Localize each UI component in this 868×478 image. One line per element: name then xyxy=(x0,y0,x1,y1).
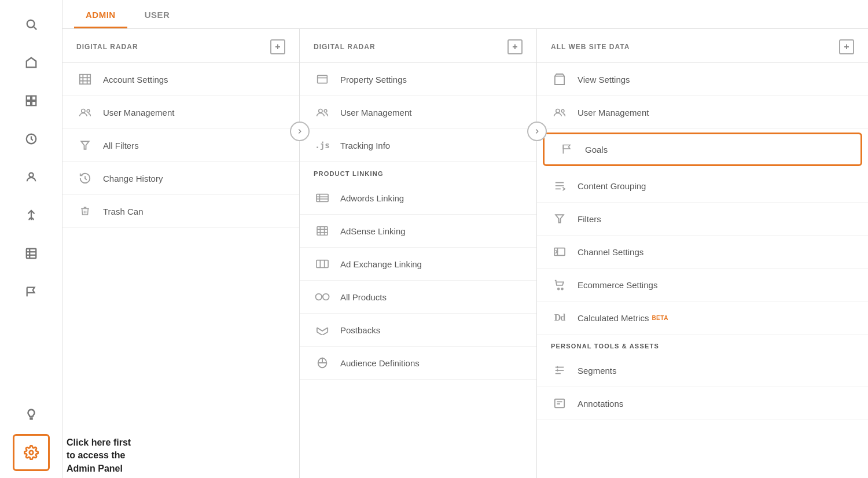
svg-point-38 xyxy=(315,294,322,300)
menu-item-channel-settings[interactable]: Channel Settings xyxy=(537,236,868,269)
column1-header: DIGITAL RADAR + xyxy=(62,29,299,63)
goals-icon xyxy=(558,142,576,156)
menu-item-trash-can[interactable]: Trash Can xyxy=(62,195,299,228)
view-settings-label: View Settings xyxy=(578,75,630,84)
history-icon xyxy=(76,171,94,185)
menu-item-postbacks[interactable]: Postbacks xyxy=(300,314,536,347)
column2-add-button[interactable]: + xyxy=(507,39,523,54)
lightbulb-icon[interactable] xyxy=(13,396,50,433)
menu-item-view-settings[interactable]: View Settings xyxy=(537,63,868,96)
dashboard-icon[interactable] xyxy=(13,82,50,119)
filters-label: Filters xyxy=(578,214,601,224)
column1-arrow[interactable] xyxy=(290,122,310,141)
menu-item-goals[interactable]: Goals xyxy=(543,133,862,166)
svg-point-20 xyxy=(87,109,90,112)
segments-icon xyxy=(551,363,568,377)
metrics-icon: Dd xyxy=(551,311,568,325)
table-icon[interactable] xyxy=(13,235,50,272)
property-icon xyxy=(314,72,331,86)
gear-button[interactable] xyxy=(13,434,50,471)
svg-point-25 xyxy=(324,109,327,112)
clock-icon[interactable] xyxy=(13,120,50,157)
filter-icon-1 xyxy=(76,138,94,152)
menu-item-all-products[interactable]: All Products xyxy=(300,281,536,314)
svg-line-1 xyxy=(34,27,36,30)
svg-rect-35 xyxy=(317,260,328,268)
menu-item-property-settings[interactable]: Property Settings xyxy=(300,63,536,96)
home-icon[interactable] xyxy=(13,44,50,81)
building-icon xyxy=(76,72,94,86)
annotations-icon xyxy=(551,396,568,410)
user-management-1-label: User Management xyxy=(103,108,174,117)
svg-rect-26 xyxy=(317,194,328,202)
goals-label: Goals xyxy=(585,145,608,155)
column3-add-button[interactable]: + xyxy=(839,39,854,54)
column3-title: ALL WEB SITE DATA xyxy=(551,43,839,51)
svg-point-44 xyxy=(561,109,564,112)
menu-item-filters[interactable]: Filters xyxy=(537,203,868,236)
menu-item-user-management-2[interactable]: User Management xyxy=(300,96,536,129)
column-view: ALL WEB SITE DATA + View Settings xyxy=(537,29,868,478)
column1-add-button[interactable]: + xyxy=(270,39,285,54)
menu-item-change-history[interactable]: Change History xyxy=(62,162,299,195)
tracking-info-label: Tracking Info xyxy=(340,141,390,150)
filter-icon-3 xyxy=(551,212,568,226)
column-account: DIGITAL RADAR + xyxy=(62,29,300,478)
svg-point-7 xyxy=(29,173,33,177)
calculated-metrics-label: Calculated Metrics xyxy=(578,313,649,323)
menu-item-annotations[interactable]: Annotations xyxy=(537,387,868,420)
svg-rect-3 xyxy=(31,96,35,100)
main-content: ADMIN USER DIGITAL RADAR + xyxy=(62,0,868,478)
ecommerce-icon xyxy=(551,278,568,292)
svg-point-52 xyxy=(558,288,560,290)
menu-item-all-filters[interactable]: All Filters xyxy=(62,129,299,162)
product-linking-section: PRODUCT LINKING xyxy=(300,162,536,182)
columns-container: DIGITAL RADAR + xyxy=(62,29,868,478)
menu-item-ecommerce-settings[interactable]: Ecommerce Settings xyxy=(537,269,868,301)
menu-item-tracking-info[interactable]: .js Tracking Info xyxy=(300,129,536,162)
audience-definitions-label: Audience Definitions xyxy=(340,358,420,368)
search-icon[interactable] xyxy=(13,6,50,43)
svg-rect-5 xyxy=(31,101,35,105)
column1-title: DIGITAL RADAR xyxy=(76,43,270,51)
menu-item-calculated-metrics[interactable]: Dd Calculated Metrics BETA xyxy=(537,301,868,334)
channel-settings-label: Channel Settings xyxy=(578,247,643,257)
change-history-label: Change History xyxy=(103,174,163,183)
svg-rect-22 xyxy=(318,75,328,83)
menu-item-user-management-3[interactable]: User Management xyxy=(537,96,868,129)
user-management-3-label: User Management xyxy=(578,108,649,117)
menu-item-account-settings[interactable]: Account Settings xyxy=(62,63,299,96)
postbacks-label: Postbacks xyxy=(340,325,380,335)
fork-icon[interactable] xyxy=(13,197,50,234)
menu-item-user-management-1[interactable]: User Management xyxy=(62,96,299,129)
contentgrouping-icon xyxy=(551,179,568,193)
svg-point-43 xyxy=(556,109,560,113)
sidebar-bottom: Click here first to access the Admin Pan… xyxy=(13,396,50,478)
adwords-label: Adwords Linking xyxy=(340,193,404,203)
sidebar: Click here first to access the Admin Pan… xyxy=(0,0,62,478)
users-icon-2 xyxy=(314,105,331,119)
content-grouping-label: Content Grouping xyxy=(578,181,646,191)
column2-arrow[interactable] xyxy=(527,122,547,141)
person-icon[interactable] xyxy=(13,159,50,196)
all-products-label: All Products xyxy=(340,292,387,302)
adsense-icon xyxy=(314,224,331,238)
personal-tools-section: PERSONAL TOOLS & ASSETS xyxy=(537,334,868,354)
column2-header: DIGITAL RADAR + xyxy=(300,29,536,63)
svg-rect-2 xyxy=(26,96,30,100)
tab-user[interactable]: USER xyxy=(133,3,182,28)
menu-item-audience-definitions[interactable]: Audience Definitions xyxy=(300,347,536,380)
menu-item-adexchange[interactable]: Ad Exchange Linking xyxy=(300,248,536,281)
column-property: DIGITAL RADAR + Property Settings xyxy=(300,29,537,478)
svg-marker-49 xyxy=(556,215,564,223)
menu-item-segments[interactable]: Segments xyxy=(537,354,868,387)
flag-icon[interactable] xyxy=(13,273,50,310)
tab-admin[interactable]: ADMIN xyxy=(74,3,127,28)
menu-item-content-grouping[interactable]: Content Grouping xyxy=(537,170,868,203)
menu-item-adwords[interactable]: Adwords Linking xyxy=(300,182,536,215)
beta-badge: BETA xyxy=(652,315,668,321)
account-settings-label: Account Settings xyxy=(103,75,168,84)
annotations-label: Annotations xyxy=(578,399,623,409)
menu-item-adsense[interactable]: AdSense Linking xyxy=(300,215,536,248)
segments-label: Segments xyxy=(578,366,617,376)
